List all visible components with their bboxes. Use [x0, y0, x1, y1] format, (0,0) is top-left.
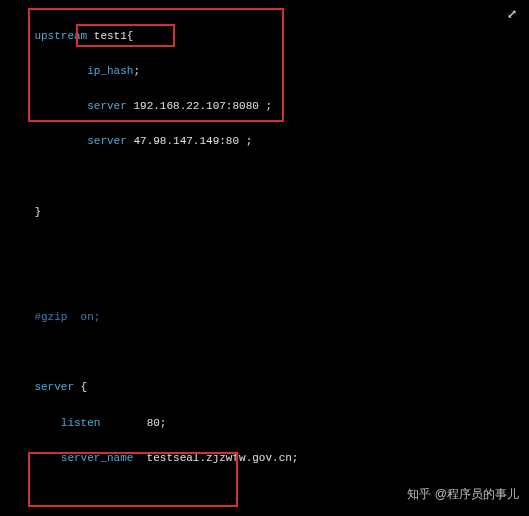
expand-icon[interactable]: ⤢ [507, 6, 517, 25]
code-block: upstream test1{ ip_hash; server 192.168.… [0, 0, 529, 516]
gzip-comment: #gzip on; [8, 311, 100, 323]
watermark: 知乎 @程序员的事儿 [407, 485, 519, 504]
